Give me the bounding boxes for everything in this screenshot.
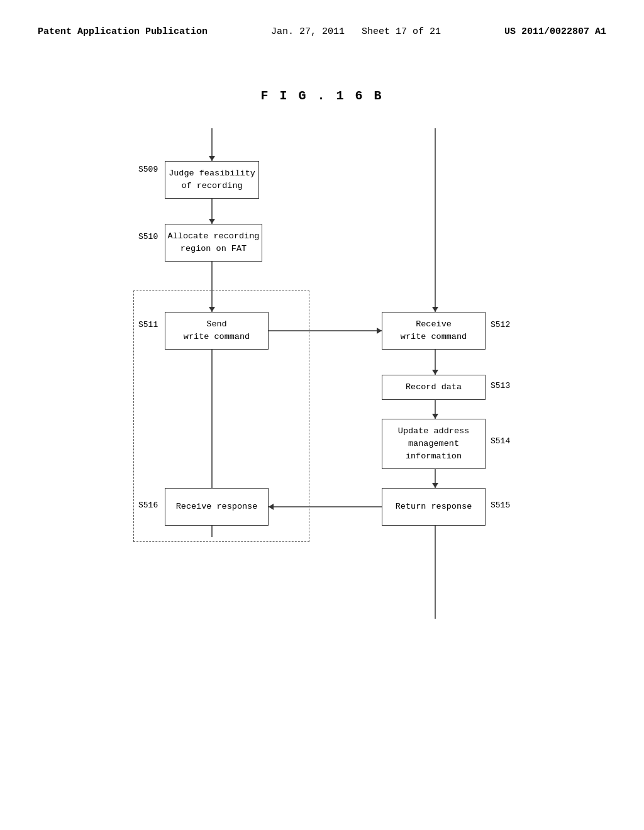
s512-box: Receive write command [382,312,486,350]
s509-label: S509 [138,165,158,174]
sheet-label: Sheet 17 of 21 [362,26,441,37]
s510-box: Allocate recording region on FAT [165,224,262,262]
svg-marker-3 [209,219,215,224]
svg-marker-17 [432,483,438,488]
svg-marker-9 [377,328,382,334]
s511-label: S511 [138,320,158,329]
s515-box: Return response [382,488,486,526]
s516-box: Receive response [165,488,269,526]
s514-label: S514 [491,436,510,446]
svg-marker-13 [432,370,438,375]
page-header: Patent Application Publication Jan. 27, … [38,25,606,38]
patent-number-label: US 2011/0022807 A1 [504,25,606,38]
s513-label: S513 [491,381,510,390]
s513-box: Record data [382,375,486,400]
s512-label: S512 [491,320,510,329]
svg-marker-11 [432,307,438,312]
s515-label: S515 [491,501,510,510]
date-sheet-label: Jan. 27, 2011 Sheet 17 of 21 [271,25,441,38]
date-label: Jan. 27, 2011 [271,26,345,37]
figure-title: F I G . 1 6 B [38,89,606,103]
diagram-area: Judge feasibility of recording S509 Allo… [102,128,542,619]
s516-label: S516 [138,501,158,510]
s514-box: Update address management information [382,419,486,469]
s511-box: Send write command [165,312,269,350]
s510-label: S510 [138,232,158,241]
svg-marker-1 [209,156,215,161]
publication-label: Patent Application Publication [38,25,208,38]
page: Patent Application Publication Jan. 27, … [0,0,644,830]
svg-marker-15 [432,414,438,419]
s509-box: Judge feasibility of recording [165,161,259,199]
